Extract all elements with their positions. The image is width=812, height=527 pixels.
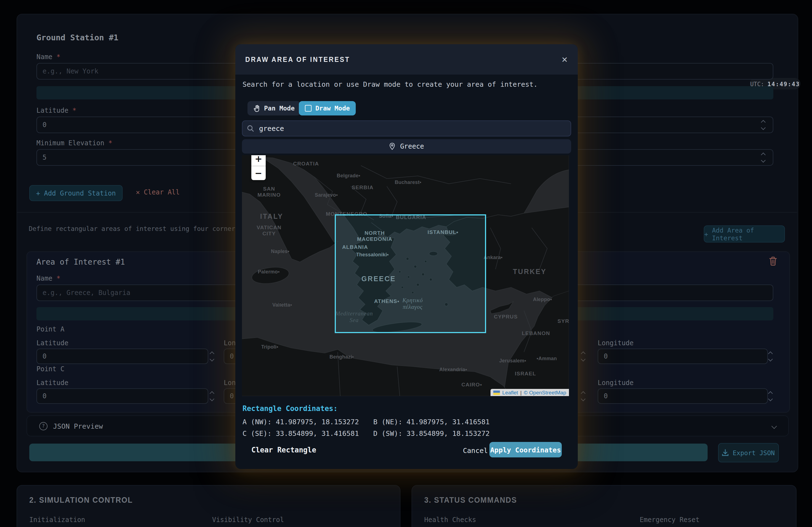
map-label: Alexandria▪	[439, 367, 467, 372]
pan-mode-button[interactable]: Pan Mode	[247, 101, 301, 115]
map-label: Palermo▪	[258, 269, 280, 275]
leaflet-link[interactable]: Leaflet	[503, 390, 518, 396]
map-label: CYPRUS	[494, 314, 518, 320]
gs-minelev-stepper[interactable]	[762, 153, 765, 161]
plus-icon: +	[704, 230, 708, 238]
map-label: SAN MARINO	[257, 186, 280, 198]
map-label: ▪Amman	[537, 355, 557, 361]
point-a-lat-stepper[interactable]	[211, 352, 214, 360]
health-checks-label: Health Checks	[424, 516, 476, 524]
gs-name-label: Name *	[37, 53, 60, 61]
point-d-lon-stepper[interactable]	[769, 392, 772, 400]
status-commands-card: 3. STATUS COMMANDS Health Checks Emergen…	[411, 485, 797, 527]
point-b-lon-input[interactable]	[598, 349, 768, 364]
attribution-separator: |	[520, 390, 522, 396]
map-label: CAIRO▪	[462, 382, 482, 388]
simulation-control-card: 2. SIMULATION CONTROL Initialization Vis…	[17, 485, 401, 527]
point-b-lat-stepper[interactable]	[582, 352, 585, 360]
json-preview-label: JSON Preview	[53, 422, 103, 430]
screen: UTC: 14:49:43 Ground Station #1 Name * L…	[0, 0, 812, 527]
map-label: Valletta▪	[272, 302, 292, 308]
map-label: LEBANON	[522, 330, 550, 336]
osm-link[interactable]: © OpenStreetMap	[524, 390, 566, 396]
point-a-lat-input[interactable]	[37, 349, 208, 364]
gs-latitude-stepper[interactable]	[762, 121, 765, 129]
trash-icon[interactable]	[769, 256, 777, 266]
point-d-lon-label: Longitude	[598, 379, 634, 387]
download-icon	[722, 449, 729, 456]
close-icon[interactable]: ✕	[562, 55, 568, 64]
point-c-lat-label: Latitude	[37, 379, 69, 387]
apply-coordinates-button[interactable]: Apply Coordinates	[489, 442, 562, 457]
draw-mode-button[interactable]: Draw Mode	[299, 101, 356, 115]
aoi-name-label: Name *	[37, 275, 60, 282]
cancel-button[interactable]: Cancel	[463, 447, 488, 455]
map-label: Bucharest▪	[395, 179, 421, 185]
ground-station-title: Ground Station #1	[37, 33, 118, 42]
map-label: ISRAEL	[515, 371, 536, 377]
map-label: Belgrade▪	[337, 173, 360, 178]
map-label: TURKEY	[513, 268, 547, 276]
point-c-lat-stepper[interactable]	[211, 392, 214, 400]
app-page: UTC: 14:49:43 Ground Station #1 Name * L…	[0, 0, 812, 527]
square-icon	[305, 105, 311, 112]
point-d-lat-stepper[interactable]	[582, 392, 585, 400]
map-label: Ankara▪	[483, 255, 503, 261]
plus-icon: +	[36, 189, 40, 197]
coordinates-line-1: A (NW): 41.987975, 18.153272 B (NE): 41.…	[243, 418, 490, 426]
status-commands-title: 3. STATUS COMMANDS	[424, 495, 517, 504]
map-label: ITALY	[260, 213, 284, 221]
point-d-lon-input[interactable]	[598, 389, 768, 404]
modal-title: DRAW AREA OF INTEREST	[245, 55, 350, 63]
map-label: Sarajevo▪	[315, 192, 338, 198]
map-label: Naples▪	[271, 249, 289, 254]
search-icon	[247, 125, 254, 132]
rectangle-coordinates-heading: Rectangle Coordinates:	[243, 404, 337, 413]
add-ground-station-button[interactable]: + Add Ground Station	[29, 185, 122, 201]
visibility-control-label: Visibility Control	[212, 516, 284, 524]
point-c-lat-input[interactable]	[37, 389, 208, 404]
emergency-reset-label: Emergency Reset	[640, 516, 700, 524]
map-label: CROATIA	[293, 161, 319, 167]
drawn-rectangle[interactable]	[334, 214, 486, 333]
modal-header: DRAW AREA OF INTEREST ✕	[235, 44, 578, 75]
aoi-description: Define rectangular areas of interest usi…	[29, 225, 238, 233]
add-area-of-interest-button[interactable]: + Add Area of Interest	[704, 225, 785, 243]
coordinates-line-2: C (SE): 33.854899, 31.416581 D (SW): 33.…	[243, 429, 490, 438]
coord-c: C (SE): 33.854899, 31.416581	[243, 429, 359, 438]
point-b-lon-label: Longitude	[598, 339, 634, 347]
map-attribution: Leaflet | © OpenStreetMap	[491, 389, 569, 396]
gs-latitude-label: Latitude *	[37, 107, 76, 114]
coord-a: A (NW): 41.987975, 18.153272	[243, 418, 359, 426]
point-a-label: Point A	[37, 325, 64, 333]
search-input[interactable]	[242, 120, 571, 136]
clear-rectangle-button[interactable]: Clear Rectangle	[251, 446, 316, 454]
coord-b: B (NE): 41.987975, 31.416581	[373, 418, 489, 426]
map-label: Jerusalem▪	[499, 358, 526, 364]
map-label: Tripoli▪	[261, 344, 278, 350]
x-icon: ✕	[136, 188, 140, 196]
chevron-down-icon	[771, 423, 777, 429]
map-canvas[interactable]: CROATIABelgrade▪Bucharest▪SERBIASarajevo…	[242, 155, 569, 396]
export-json-button[interactable]: Export JSON	[718, 443, 779, 463]
map-pin-icon	[389, 143, 396, 150]
map-label: VATICAN CITY	[257, 225, 281, 237]
gs-minelev-label: Minimum Elevation *	[37, 139, 112, 147]
point-c-label: Point C	[37, 365, 64, 373]
zoom-out-button[interactable]: −	[251, 166, 266, 180]
ukraine-flag-icon	[494, 390, 500, 395]
map-zoom-control: + −	[251, 155, 266, 180]
modal-subtitle: Search for a location or use Draw mode t…	[243, 80, 538, 88]
point-b-lon-stepper[interactable]	[769, 352, 772, 360]
draw-aoi-modal: DRAW AREA OF INTEREST ✕ Search for a loc…	[235, 44, 578, 469]
zoom-in-button[interactable]: +	[251, 155, 266, 166]
aoi-card-title: Area of Interest #1	[37, 258, 125, 266]
clear-all-button[interactable]: ✕ Clear All	[136, 188, 180, 196]
utc-time: 14:49:43	[768, 80, 800, 87]
required-asterisk: *	[56, 53, 60, 61]
simulation-control-title: 2. SIMULATION CONTROL	[29, 495, 133, 504]
map-label: Benghazi▪	[330, 354, 354, 360]
search-result-greece[interactable]: Greece	[242, 139, 571, 153]
location-search	[242, 120, 571, 136]
point-a-lat-label: Latitude	[37, 339, 69, 347]
